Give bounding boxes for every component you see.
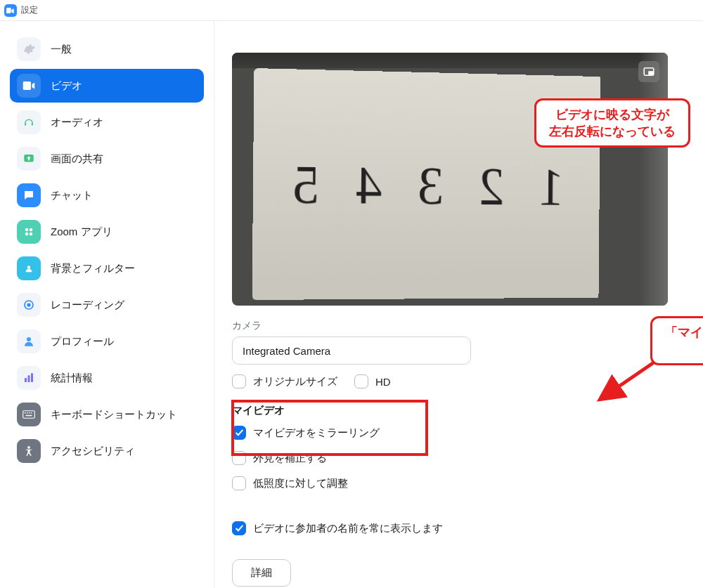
svg-rect-17 — [26, 415, 32, 417]
checkbox-unchecked-icon — [232, 374, 246, 388]
window-titlebar: 設定 — [0, 0, 703, 21]
sidebar-item-audio[interactable]: オーディオ — [10, 105, 204, 139]
checkbox-unchecked-icon — [232, 476, 246, 490]
stats-icon — [17, 366, 41, 390]
gear-icon — [17, 37, 41, 61]
settings-sidebar: 一般 ビデオ オーディオ 画面の共有 チャット — [0, 21, 214, 588]
sidebar-item-label: キーボードショートカット — [51, 408, 177, 422]
svg-rect-12 — [23, 411, 35, 419]
svg-rect-20 — [649, 72, 653, 74]
background-icon — [17, 256, 41, 280]
sidebar-item-label: 画面の共有 — [51, 152, 103, 166]
annotation-callout-right: 「マイビデオをミラーリング」 にチェックがある — [650, 316, 703, 365]
sidebar-item-label: オーディオ — [51, 116, 103, 129]
sidebar-item-label: アクセシビリティ — [51, 445, 135, 458]
camera-label: カメラ — [232, 320, 668, 332]
camera-preview: 5 4 3 2 1 — [232, 53, 668, 306]
picture-in-picture-button[interactable] — [638, 61, 659, 82]
accessibility-icon — [17, 439, 41, 463]
svg-rect-15 — [29, 412, 30, 414]
svg-point-8 — [27, 337, 31, 341]
video-icon — [17, 74, 41, 98]
sidebar-item-label: 統計情報 — [51, 372, 93, 385]
sidebar-item-chat[interactable]: チャット — [10, 178, 204, 212]
sidebar-item-zoom-apps[interactable]: Zoom アプリ — [10, 215, 204, 249]
option-label: HD — [375, 376, 391, 388]
profile-icon — [17, 329, 41, 353]
apps-icon — [17, 220, 41, 244]
option-show-names[interactable]: ビデオに参加者の名前を常に表示します — [232, 516, 668, 541]
svg-point-18 — [27, 446, 30, 449]
sidebar-item-share[interactable]: 画面の共有 — [10, 142, 204, 176]
sidebar-item-label: チャット — [51, 189, 93, 202]
svg-rect-11 — [31, 373, 33, 382]
sidebar-item-profile[interactable]: プロフィール — [10, 325, 204, 358]
chat-icon — [17, 183, 41, 207]
keyboard-icon — [17, 403, 41, 426]
option-label: ビデオに参加者の名前を常に表示します — [253, 522, 443, 535]
svg-point-4 — [30, 233, 33, 236]
camera-select-value: Integrated Camera — [243, 345, 330, 357]
sidebar-item-keyboard[interactable]: キーボードショートカット — [10, 398, 204, 431]
share-screen-icon — [17, 147, 41, 171]
settings-content: 5 4 3 2 1 ビデオに映る文字が 左右反転になっている 「マイビデオをミラ… — [214, 21, 703, 588]
sidebar-item-label: 背景とフィルター — [51, 262, 135, 275]
sidebar-item-stats[interactable]: 統計情報 — [10, 361, 204, 395]
sidebar-item-video[interactable]: ビデオ — [10, 69, 204, 103]
svg-rect-14 — [27, 412, 28, 414]
annotation-callout-top: ビデオに映る文字が 左右反転になっている — [534, 98, 690, 148]
sidebar-item-general[interactable]: 一般 — [10, 32, 204, 66]
sidebar-item-recording[interactable]: レコーディング — [10, 288, 204, 322]
camera-select[interactable]: Integrated Camera — [232, 337, 471, 365]
sidebar-item-label: 一般 — [51, 43, 72, 56]
sidebar-item-label: レコーディング — [51, 299, 124, 312]
option-label: オリジナルサイズ — [253, 375, 337, 388]
svg-rect-16 — [31, 412, 32, 414]
option-label: 低照度に対して調整 — [253, 477, 348, 490]
svg-point-1 — [25, 228, 29, 232]
zoom-logo-icon — [4, 4, 17, 17]
headphones-icon — [17, 110, 41, 134]
svg-point-5 — [27, 266, 31, 269]
sidebar-item-background[interactable]: 背景とフィルター — [10, 251, 204, 285]
sidebar-item-label: ビデオ — [51, 79, 82, 93]
sidebar-item-label: プロフィール — [51, 335, 114, 348]
checkbox-unchecked-icon — [354, 374, 368, 388]
option-low-light[interactable]: 低照度に対して調整 — [232, 471, 668, 496]
svg-rect-13 — [25, 412, 26, 414]
svg-point-2 — [30, 228, 33, 232]
option-hd[interactable]: HD — [354, 372, 396, 391]
sidebar-item-label: Zoom アプリ — [51, 226, 112, 239]
checkbox-checked-icon — [232, 521, 246, 535]
svg-rect-9 — [25, 378, 27, 382]
sidebar-item-accessibility[interactable]: アクセシビリティ — [10, 434, 204, 468]
option-original-size[interactable]: オリジナルサイズ — [232, 372, 337, 391]
svg-point-3 — [25, 233, 29, 236]
svg-point-7 — [27, 303, 30, 306]
record-icon — [17, 293, 41, 317]
advanced-button[interactable]: 詳細 — [232, 559, 291, 587]
svg-rect-10 — [28, 375, 30, 382]
annotation-highlight-box — [231, 400, 428, 456]
window-title: 設定 — [21, 4, 38, 16]
